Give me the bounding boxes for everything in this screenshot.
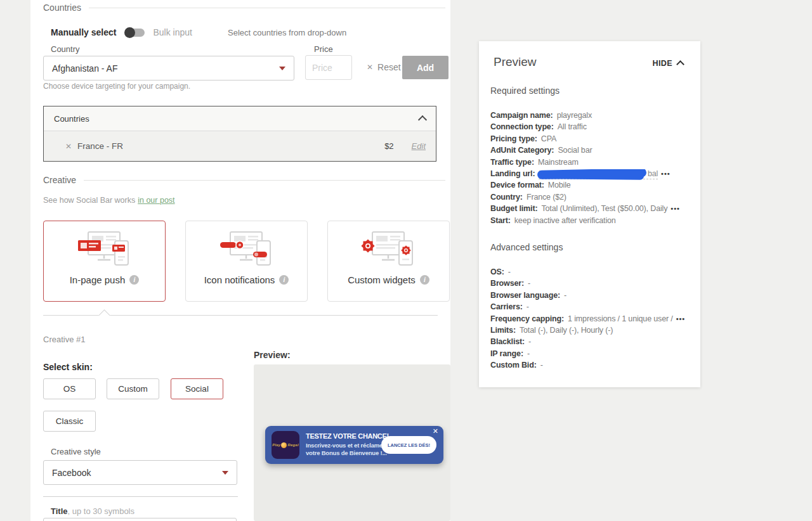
manual-bulk-toggle[interactable] xyxy=(126,29,145,37)
summary-row-os: OS: - xyxy=(490,267,694,279)
summary-row-start: Start: keep inactive after verification xyxy=(490,216,694,228)
country-field-label: Country xyxy=(51,44,80,54)
chevron-down-icon xyxy=(222,471,228,475)
summary-row-connection-type: Connection type: All traffic xyxy=(490,122,694,134)
info-icon[interactable]: i xyxy=(279,275,289,285)
hide-panel-button[interactable]: HIDE xyxy=(653,59,683,68)
brand-text-left: Play xyxy=(272,443,280,447)
card-custom-widgets[interactable]: Custom widgets i xyxy=(327,221,450,302)
summary-row-campaign-name: Campaign name: playregalx xyxy=(490,111,694,122)
price-input[interactable] xyxy=(305,55,352,80)
card-label: Icon notifications xyxy=(204,274,275,285)
ad-body-line1: Inscrivez-vous et et réclamez xyxy=(306,442,386,449)
docs-link[interactable]: in our post xyxy=(138,196,174,205)
summary-row-pricing-type: Pricing type: CPA xyxy=(490,134,694,146)
ad-preview-card: Play Regal TESTEZ VOTRE CHANCE! Inscrive… xyxy=(265,426,443,464)
docs-prefix: See how Social Bar works xyxy=(43,196,135,205)
summary-row-blacklist: Blacklist: - xyxy=(490,337,694,349)
ad-title: TESTEZ VOTRE CHANCE! xyxy=(306,432,389,440)
chevron-up-icon xyxy=(418,115,427,124)
ad-brand-icon: Play Regal xyxy=(272,431,299,459)
chevron-down-icon xyxy=(279,67,285,70)
brand-text-right: Regal xyxy=(287,443,298,447)
skin-button-classic[interactable]: Classic xyxy=(43,411,96,432)
title-field-label: Title, up to 30 symbols xyxy=(51,506,134,516)
campaign-form: Countries Manually select Bulk input Sel… xyxy=(30,0,450,521)
skin-button-social[interactable]: Social xyxy=(171,378,223,399)
title-hint: , up to 30 symbols xyxy=(68,506,135,516)
hide-label: HIDE xyxy=(653,59,672,68)
brand-ball-icon xyxy=(281,442,287,448)
cards-divider xyxy=(43,315,438,316)
reset-button[interactable]: ✕ Reset xyxy=(363,61,405,73)
bulk-input-label: Bulk input xyxy=(154,27,192,37)
skin-button-custom[interactable]: Custom xyxy=(107,378,159,399)
advanced-settings-title: Advanced settings xyxy=(490,242,563,252)
card-icon-notifications[interactable]: Icon notifications i xyxy=(185,221,308,302)
toggle-knob xyxy=(124,27,135,38)
accordion-title: Countries xyxy=(54,114,89,124)
summary-row-adunit-category: AdUnit Category: Social bar xyxy=(490,146,694,157)
summary-row-traffic-type: Traffic type: Mainstream xyxy=(490,158,694,169)
summary-title: Preview xyxy=(494,55,537,69)
icon-notifications-icon xyxy=(216,231,277,270)
card-in-page-push[interactable]: In-page push i xyxy=(43,221,166,302)
country-row-price: $2 xyxy=(384,141,393,151)
summary-row-limits: Limits: Total (-), Daily (-), Hourly (-) xyxy=(490,326,694,337)
country-row-france: ✕ France - FR $2 Edit xyxy=(44,131,436,161)
social-bar-docs-line: See how Social Bar worksin our post xyxy=(43,196,175,205)
dropdown-hint: Select countries from drop-down xyxy=(228,28,346,37)
price-field-label: Price xyxy=(314,44,333,54)
summary-row-country: Country: France ($2) xyxy=(490,193,694,204)
campaign-setup-page: Countries Manually select Bulk input Sel… xyxy=(0,0,812,521)
in-page-push-icon xyxy=(74,231,135,270)
landing-url-value: htt bal xyxy=(539,169,658,179)
summary-row-browser-language: Browser language: - xyxy=(490,291,694,302)
creative-section-label: Creative xyxy=(43,175,76,185)
skin-button-os[interactable]: OS xyxy=(43,378,96,399)
card-label: Custom widgets xyxy=(348,274,416,285)
remove-country-icon[interactable]: ✕ xyxy=(65,142,72,151)
section-divider xyxy=(89,8,445,8)
select-skin-label: Select skin: xyxy=(43,362,93,372)
card-label: In-page push xyxy=(70,274,126,285)
creative-style-label: Creative style xyxy=(51,447,101,456)
redaction-scribble xyxy=(537,169,646,179)
selected-card-notch xyxy=(98,309,110,321)
budget-more-button[interactable]: ••• xyxy=(671,205,680,212)
countries-accordion-header[interactable]: Countries xyxy=(44,106,436,131)
summary-row-device-format: Device format: Mobile xyxy=(490,181,694,192)
country-select-value: Afghanistan - AF xyxy=(44,63,118,74)
reset-x-icon: ✕ xyxy=(367,63,373,72)
reset-label: Reset xyxy=(377,62,401,72)
frequency-more-button[interactable]: ••• xyxy=(676,315,686,323)
country-row-name: France - FR xyxy=(77,141,123,151)
country-row-edit-link[interactable]: Edit xyxy=(412,141,426,151)
summary-row-ip-range: IP range: - xyxy=(490,349,694,361)
ad-close-icon[interactable]: ✕ xyxy=(433,427,438,435)
summary-row-landing-url: Landing url: htt bal ••• xyxy=(490,169,694,181)
summary-row-frequency-capping: Frequency capping: 1 impressions / 1 uni… xyxy=(490,314,694,326)
info-icon[interactable]: i xyxy=(129,275,139,285)
required-settings-title: Required settings xyxy=(490,86,560,96)
landing-url-more-button[interactable]: ••• xyxy=(661,170,671,177)
title-input[interactable] xyxy=(43,518,237,521)
device-targeting-hint: Choose device targeting for your campaig… xyxy=(43,82,190,91)
info-icon[interactable]: i xyxy=(420,275,429,285)
custom-widgets-icon xyxy=(358,231,419,270)
summary-row-budget-limit: Budget limit: Total (Unlimited), Test ($… xyxy=(490,204,694,215)
creative-number-label: Creative #1 xyxy=(43,335,85,344)
creative-preview-label: Preview: xyxy=(254,350,291,360)
countries-section-header: Countries xyxy=(43,3,445,13)
manually-select-label: Manually select xyxy=(51,27,117,37)
ad-cta-button[interactable]: LANCEZ LES DÉS! xyxy=(381,436,436,454)
add-country-button[interactable]: Add xyxy=(402,56,449,79)
creative-style-select[interactable]: Facebook xyxy=(43,460,237,485)
country-select[interactable]: Afghanistan - AF xyxy=(43,56,294,80)
creative-style-value: Facebook xyxy=(44,468,91,478)
countries-accordion: Countries ✕ France - FR $2 Edit xyxy=(43,106,436,162)
summary-row-carriers: Carriers: - xyxy=(490,302,694,314)
title-label: Title xyxy=(51,506,68,516)
section-divider xyxy=(84,180,445,181)
ad-body-line2: votre Bonus de Bienvenue !... xyxy=(306,449,387,456)
